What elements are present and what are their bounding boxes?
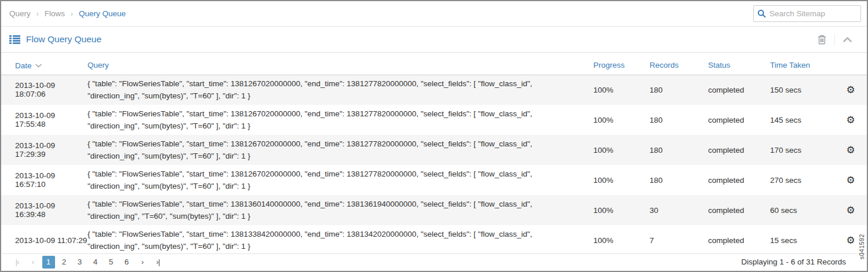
records-display-info: Displaying 1 - 6 of 31 Records — [741, 258, 846, 266]
pagination-page-5[interactable]: 5 — [105, 256, 118, 269]
table-body: 2013-10-09 18:07:06{ "table": "FlowSerie… — [1, 75, 867, 255]
cell-time-taken: 270 secs — [770, 165, 834, 195]
cell-status: completed — [708, 105, 770, 135]
pagination: |‹‹123456››| — [9, 256, 166, 269]
cell-time-taken: 170 secs — [770, 135, 834, 165]
gear-icon[interactable]: ⚙ — [846, 205, 855, 216]
panel-header: Flow Query Queue — [1, 27, 867, 53]
cell-status: completed — [708, 195, 770, 225]
cell-records: 180 — [650, 165, 708, 195]
breadcrumb: Query › Flows › Query Queue — [9, 9, 126, 18]
cell-progress: 100% — [593, 75, 650, 105]
pagination-prev-icon[interactable]: ‹ — [27, 256, 39, 269]
collapse-panel-button[interactable] — [834, 34, 860, 46]
cell-status: completed — [708, 165, 770, 195]
cell-query: { "table": "FlowSeriesTable", "start_tim… — [87, 75, 593, 105]
sort-descending-icon — [35, 61, 42, 69]
cell-actions: ⚙ — [834, 75, 867, 105]
figure-id-watermark: s041592 — [858, 227, 865, 259]
cell-status: completed — [708, 75, 770, 105]
cell-progress: 100% — [593, 165, 650, 195]
pagination-next-icon[interactable]: › — [136, 256, 149, 269]
pagination-first-icon[interactable]: |‹ — [11, 256, 24, 269]
table-row: 2013-10-09 18:07:06{ "table": "FlowSerie… — [1, 75, 867, 105]
gear-icon[interactable]: ⚙ — [846, 175, 855, 186]
cell-actions: ⚙ — [834, 165, 867, 195]
search-input[interactable] — [769, 9, 857, 18]
chevron-up-icon — [843, 37, 852, 42]
list-icon — [9, 35, 20, 44]
cell-status: completed — [708, 135, 770, 165]
pagination-page-6[interactable]: 6 — [121, 256, 133, 269]
cell-records: 180 — [650, 135, 708, 165]
column-header-date[interactable]: Date — [1, 56, 87, 75]
pagination-page-1[interactable]: 1 — [42, 256, 55, 269]
cell-time-taken: 145 secs — [770, 105, 834, 135]
breadcrumb-query[interactable]: Query — [9, 9, 31, 18]
cell-actions: ⚙ — [834, 135, 867, 165]
cell-date: 2013-10-09 16:57:10 — [1, 165, 87, 195]
trash-icon — [818, 35, 826, 45]
table-row: 2013-10-09 16:57:10{ "table": "FlowSerie… — [1, 165, 867, 195]
cell-progress: 100% — [593, 135, 650, 165]
column-header-status[interactable]: Status — [708, 56, 770, 75]
table-row: 2013-10-09 16:39:48{ "table": "FlowSerie… — [1, 195, 867, 225]
table-row: 2013-10-09 17:29:39{ "table": "FlowSerie… — [1, 135, 867, 165]
column-header-progress[interactable]: Progress — [593, 56, 650, 75]
table-header-row: Date Query Progress Records Status Time … — [1, 56, 867, 75]
gear-icon[interactable]: ⚙ — [846, 235, 855, 246]
query-queue-grid: Date Query Progress Records Status Time … — [1, 56, 867, 255]
pagination-page-3[interactable]: 3 — [74, 256, 86, 269]
cell-time-taken: 150 secs — [770, 75, 834, 105]
cell-progress: 100% — [593, 195, 650, 225]
cell-date: 2013-10-09 18:07:06 — [1, 75, 87, 105]
cell-records: 7 — [650, 225, 708, 255]
cell-records: 180 — [650, 105, 708, 135]
cell-actions: ⚙ — [834, 105, 867, 135]
table-row: 2013-10-09 17:55:48{ "table": "FlowSerie… — [1, 105, 867, 135]
cell-date: 2013-10-09 17:29:39 — [1, 135, 87, 165]
breadcrumb-separator-icon: › — [71, 10, 73, 18]
cell-records: 30 — [650, 195, 708, 225]
cell-date: 2013-10-09 11:07:29 — [1, 225, 87, 255]
column-header-time-taken[interactable]: Time Taken — [770, 56, 834, 75]
cell-actions: ⚙ — [834, 195, 867, 225]
column-header-actions — [834, 56, 867, 75]
cell-query: { "table": "FlowSeriesTable", "start_tim… — [87, 165, 593, 195]
pagination-last-icon[interactable]: ›| — [152, 256, 165, 269]
cell-records: 180 — [650, 75, 708, 105]
column-header-records[interactable]: Records — [650, 56, 708, 75]
breadcrumb-flows[interactable]: Flows — [45, 9, 65, 18]
cell-progress: 100% — [593, 225, 650, 255]
table-row: 2013-10-09 11:07:29{ "table": "FlowSerie… — [1, 225, 867, 255]
pagination-page-4[interactable]: 4 — [89, 256, 102, 269]
top-bar: Query › Flows › Query Queue — [1, 1, 867, 27]
cell-date: 2013-10-09 17:55:48 — [1, 105, 87, 135]
gear-icon[interactable]: ⚙ — [846, 84, 855, 95]
grid-footer: |‹‹123456››| Displaying 1 - 6 of 31 Reco… — [2, 253, 866, 270]
pagination-page-2[interactable]: 2 — [58, 256, 71, 269]
flow-query-queue-page: Query › Flows › Query Queue Flow Query Q… — [0, 0, 868, 272]
cell-time-taken: 60 secs — [770, 195, 834, 225]
gear-icon[interactable]: ⚙ — [846, 145, 855, 156]
cell-status: completed — [708, 225, 770, 255]
cell-query: { "table": "FlowSeriesTable", "start_tim… — [87, 195, 593, 225]
cell-query: { "table": "FlowSeriesTable", "start_tim… — [87, 135, 593, 165]
cell-query: { "table": "FlowSeriesTable", "start_tim… — [87, 225, 593, 255]
column-header-query[interactable]: Query — [87, 56, 593, 75]
gear-icon[interactable]: ⚙ — [846, 115, 855, 126]
cell-date: 2013-10-09 16:39:48 — [1, 195, 87, 225]
cell-progress: 100% — [593, 105, 650, 135]
delete-queries-button[interactable] — [809, 31, 834, 48]
breadcrumb-separator-icon: › — [37, 10, 39, 18]
panel-title: Flow Query Queue — [26, 34, 101, 45]
breadcrumb-query-queue[interactable]: Query Queue — [79, 9, 126, 18]
cell-time-taken: 15 secs — [770, 225, 834, 255]
sitemap-search-box[interactable] — [753, 5, 861, 22]
cell-query: { "table": "FlowSeriesTable", "start_tim… — [87, 105, 593, 135]
search-icon — [757, 9, 769, 18]
panel-actions — [809, 27, 860, 52]
